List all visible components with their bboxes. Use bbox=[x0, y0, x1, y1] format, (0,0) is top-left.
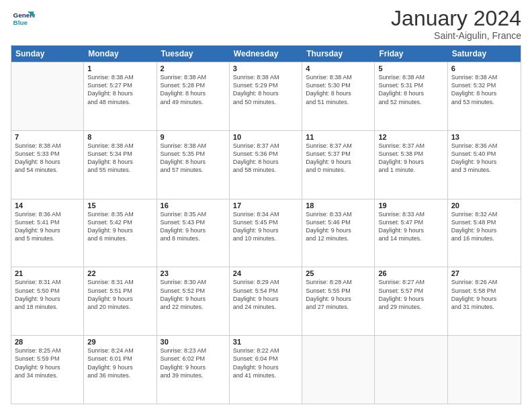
daylight-line1: Daylight: 9 hours bbox=[87, 226, 152, 234]
cell-info: Sunset: 5:51 PM bbox=[87, 287, 152, 295]
calendar-cell: 8Sunrise: 8:38 AMSunset: 5:34 PMDaylight… bbox=[84, 131, 157, 199]
day-number: 23 bbox=[161, 269, 226, 277]
cell-info: Sunset: 5:27 PM bbox=[87, 81, 152, 89]
daylight-line2: and 54 minutes. bbox=[15, 166, 80, 174]
daylight-line2: and 41 minutes. bbox=[233, 371, 298, 379]
daylight-line2: and 31 minutes. bbox=[451, 303, 517, 311]
daylight-line1: Daylight: 9 hours bbox=[87, 363, 152, 371]
cell-info: Sunset: 5:58 PM bbox=[451, 287, 517, 295]
cell-info: Sunset: 5:59 PM bbox=[15, 355, 80, 363]
daylight-line1: Daylight: 9 hours bbox=[378, 158, 443, 166]
daylight-line2: and 24 minutes. bbox=[233, 303, 298, 311]
day-number: 20 bbox=[451, 201, 517, 210]
daylight-line1: Daylight: 9 hours bbox=[306, 226, 371, 234]
daylight-line1: Daylight: 9 hours bbox=[15, 226, 80, 234]
day-number: 17 bbox=[233, 201, 298, 210]
cell-info: Sunset: 5:43 PM bbox=[161, 218, 226, 226]
daylight-line1: Daylight: 9 hours bbox=[233, 295, 298, 303]
cell-info: Sunrise: 8:38 AM bbox=[15, 142, 80, 150]
cell-info: Sunset: 5:47 PM bbox=[378, 218, 443, 226]
header-day-thursday: Thursday bbox=[302, 46, 375, 62]
cell-info: Sunrise: 8:26 AM bbox=[451, 278, 517, 286]
cell-info: Sunset: 5:57 PM bbox=[378, 287, 443, 295]
cell-info: Sunset: 5:41 PM bbox=[15, 218, 80, 226]
cell-info: Sunset: 5:34 PM bbox=[87, 150, 152, 158]
calendar-cell: 25Sunrise: 8:28 AMSunset: 5:55 PMDayligh… bbox=[302, 267, 375, 335]
daylight-line2: and 57 minutes. bbox=[161, 166, 226, 174]
daylight-line2: and 22 minutes. bbox=[161, 303, 226, 311]
daylight-line2: and 27 minutes. bbox=[306, 303, 371, 311]
cell-info: Sunrise: 8:38 AM bbox=[306, 73, 371, 81]
daylight-line2: and 36 minutes. bbox=[87, 371, 152, 379]
calendar: SundayMondayTuesdayWednesdayThursdayFrid… bbox=[11, 45, 521, 404]
title-block: January 2024 Saint-Aigulin, France bbox=[391, 7, 521, 41]
calendar-body: 1Sunrise: 8:38 AMSunset: 5:27 PMDaylight… bbox=[11, 62, 521, 404]
calendar-cell: 16Sunrise: 8:35 AMSunset: 5:43 PMDayligh… bbox=[157, 199, 230, 267]
daylight-line2: and 3 minutes. bbox=[451, 166, 517, 174]
day-number: 1 bbox=[87, 64, 152, 73]
day-number: 15 bbox=[87, 201, 152, 210]
page: General Blue January 2024 Saint-Aigulin,… bbox=[0, 0, 532, 411]
header-day-saturday: Saturday bbox=[448, 46, 521, 62]
calendar-row-0: 1Sunrise: 8:38 AMSunset: 5:27 PMDaylight… bbox=[11, 62, 521, 130]
calendar-cell: 31Sunrise: 8:22 AMSunset: 6:04 PMDayligh… bbox=[230, 336, 302, 404]
day-number: 9 bbox=[161, 133, 226, 141]
calendar-cell: 12Sunrise: 8:37 AMSunset: 5:38 PMDayligh… bbox=[375, 131, 447, 199]
header-day-monday: Monday bbox=[84, 46, 157, 62]
calendar-header: SundayMondayTuesdayWednesdayThursdayFrid… bbox=[11, 46, 521, 62]
day-number: 28 bbox=[15, 338, 80, 346]
daylight-line1: Daylight: 9 hours bbox=[451, 295, 517, 303]
calendar-row-3: 21Sunrise: 8:31 AMSunset: 5:50 PMDayligh… bbox=[11, 267, 521, 335]
cell-info: Sunrise: 8:38 AM bbox=[87, 73, 152, 81]
calendar-cell: 28Sunrise: 8:25 AMSunset: 5:59 PMDayligh… bbox=[11, 336, 84, 404]
day-number: 7 bbox=[15, 133, 80, 141]
daylight-line2: and 1 minute. bbox=[378, 166, 443, 174]
daylight-line2: and 10 minutes. bbox=[233, 234, 298, 242]
cell-info: Sunset: 5:50 PM bbox=[15, 287, 80, 295]
cell-info: Sunrise: 8:38 AM bbox=[233, 73, 298, 81]
cell-info: Sunset: 5:28 PM bbox=[161, 81, 226, 89]
daylight-line1: Daylight: 8 hours bbox=[161, 89, 226, 97]
day-number: 12 bbox=[378, 133, 443, 141]
daylight-line1: Daylight: 9 hours bbox=[378, 295, 443, 303]
daylight-line1: Daylight: 8 hours bbox=[161, 158, 226, 166]
calendar-cell bbox=[302, 336, 375, 404]
cell-info: Sunset: 5:36 PM bbox=[233, 150, 298, 158]
daylight-line2: and 16 minutes. bbox=[451, 234, 517, 242]
cell-info: Sunrise: 8:35 AM bbox=[87, 210, 152, 218]
daylight-line1: Daylight: 8 hours bbox=[233, 158, 298, 166]
calendar-cell bbox=[448, 336, 521, 404]
header-day-friday: Friday bbox=[375, 46, 447, 62]
calendar-cell: 19Sunrise: 8:33 AMSunset: 5:47 PMDayligh… bbox=[375, 199, 447, 267]
cell-info: Sunrise: 8:30 AM bbox=[161, 278, 226, 286]
daylight-line1: Daylight: 9 hours bbox=[161, 295, 226, 303]
calendar-cell: 3Sunrise: 8:38 AMSunset: 5:29 PMDaylight… bbox=[230, 62, 302, 130]
calendar-cell: 22Sunrise: 8:31 AMSunset: 5:51 PMDayligh… bbox=[84, 267, 157, 335]
day-number: 24 bbox=[233, 269, 298, 277]
day-number: 26 bbox=[378, 269, 443, 277]
calendar-cell: 17Sunrise: 8:34 AMSunset: 5:45 PMDayligh… bbox=[230, 199, 302, 267]
day-number: 22 bbox=[87, 269, 152, 277]
daylight-line2: and 6 minutes. bbox=[87, 234, 152, 242]
day-number: 30 bbox=[161, 338, 226, 346]
cell-info: Sunset: 5:52 PM bbox=[161, 287, 226, 295]
day-number: 11 bbox=[306, 133, 371, 141]
daylight-line2: and 12 minutes. bbox=[306, 234, 371, 242]
day-number: 8 bbox=[87, 133, 152, 141]
calendar-cell: 21Sunrise: 8:31 AMSunset: 5:50 PMDayligh… bbox=[11, 267, 84, 335]
day-number: 16 bbox=[161, 201, 226, 210]
cell-info: Sunset: 5:37 PM bbox=[306, 150, 371, 158]
daylight-line2: and 14 minutes. bbox=[378, 234, 443, 242]
logo-icon: General Blue bbox=[11, 7, 35, 31]
cell-info: Sunrise: 8:24 AM bbox=[87, 347, 152, 355]
header-day-wednesday: Wednesday bbox=[230, 46, 302, 62]
calendar-cell: 29Sunrise: 8:24 AMSunset: 6:01 PMDayligh… bbox=[84, 336, 157, 404]
calendar-cell bbox=[11, 62, 84, 130]
daylight-line1: Daylight: 9 hours bbox=[233, 226, 298, 234]
daylight-line1: Daylight: 8 hours bbox=[451, 89, 517, 97]
daylight-line1: Daylight: 9 hours bbox=[161, 363, 226, 371]
daylight-line2: and 39 minutes. bbox=[161, 371, 226, 379]
cell-info: Sunset: 5:45 PM bbox=[233, 218, 298, 226]
day-number: 13 bbox=[451, 133, 517, 141]
daylight-line1: Daylight: 8 hours bbox=[87, 158, 152, 166]
